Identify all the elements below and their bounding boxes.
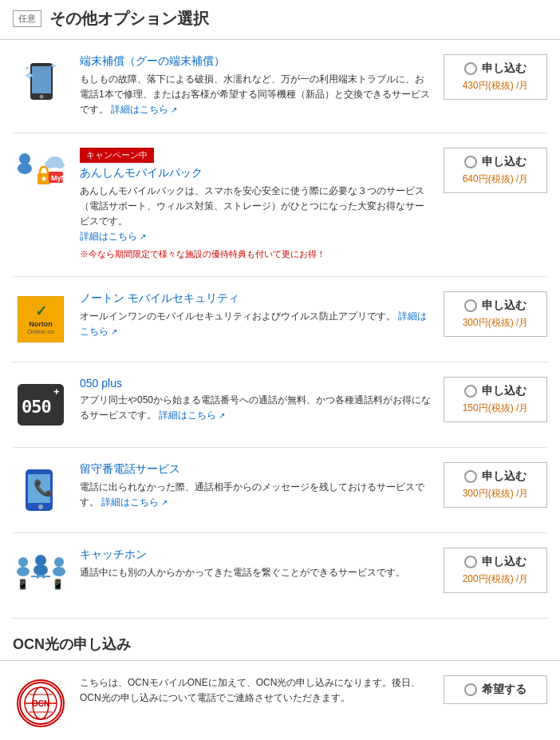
option-icon-catch: 📱 📱 bbox=[13, 548, 69, 603]
svg-text:050: 050 bbox=[22, 397, 51, 417]
radio-anshin[interactable] bbox=[464, 156, 477, 168]
svg-text:📱: 📱 bbox=[17, 578, 29, 590]
option-action-terminal: 申し込む 430円(税抜) /月 bbox=[444, 54, 547, 100]
svg-point-9 bbox=[41, 176, 45, 180]
option-desc-terminal: もしもの故障、落下による破損、水濡れなど、万が一の利用端末トラブルに、お電話1本… bbox=[80, 72, 432, 118]
apply-box-catch[interactable]: 申し込む 200円(税抜) /月 bbox=[444, 548, 547, 593]
option-row-anshin: MyN キャンペーン中 あんしんモバイルパック あんしんモバイルパックは、スマホ… bbox=[13, 133, 547, 277]
apply-box-terminal[interactable]: 申し込む 430円(税抜) /月 bbox=[444, 54, 547, 100]
option-link-rusuban[interactable]: 詳細はこちら bbox=[101, 497, 168, 508]
svg-point-25 bbox=[53, 567, 65, 576]
apply-box-050[interactable]: 申し込む 150円(税抜) /月 bbox=[444, 377, 547, 422]
apply-row-norton: 申し込む bbox=[464, 299, 526, 313]
option-content-anshin: キャンペーン中 あんしんモバイルパック あんしんモバイルパックは、スマホを安心安… bbox=[80, 148, 432, 262]
apply-price-050: 150円(税抜) /月 bbox=[463, 402, 529, 415]
ocn-svg-icon: OCN bbox=[19, 682, 62, 725]
ocn-section-title: OCN光の申し込み bbox=[0, 635, 560, 661]
option-icon-rusuban: 📞 bbox=[13, 462, 69, 518]
apply-label-terminal: 申し込む bbox=[482, 61, 526, 76]
ocn-section: OCN こちらは、OCNモバイルONEに加えて、OCN光の申し込みになります。後… bbox=[0, 661, 560, 740]
apply-row-catch: 申し込む bbox=[464, 555, 526, 569]
svg-point-21 bbox=[38, 505, 43, 509]
svg-text:✦: ✦ bbox=[24, 64, 30, 73]
option-title-anshin[interactable]: あんしんモバイルパック bbox=[80, 166, 432, 180]
option-desc-050: アプリ同士や050から始まる電話番号への通話が無料、かつ各種通話料がお得になるサ… bbox=[80, 393, 432, 423]
option-title-050[interactable]: 050 plus bbox=[80, 377, 432, 390]
option-content-norton: ノートン モバイルセキュリティ オールインワンのモバイルセキュリティおよびウイル… bbox=[80, 291, 432, 339]
option-title-rusuban[interactable]: 留守番電話サービス bbox=[80, 462, 432, 477]
svg-point-26 bbox=[35, 555, 46, 566]
apply-label-anshin: 申し込む bbox=[482, 155, 526, 169]
svg-text:✦: ✦ bbox=[49, 61, 57, 72]
svg-point-12 bbox=[55, 162, 65, 168]
apply-price-anshin: 640円(税抜) /月 bbox=[463, 172, 529, 186]
mobile-pack-icon: MyN bbox=[15, 151, 67, 200]
radio-050[interactable] bbox=[464, 385, 477, 398]
option-row-norton: ✓ Norton Online.co ノートン モバイルセキュリティ オールイン… bbox=[13, 277, 547, 362]
apply-row-ocn: 希望する bbox=[464, 683, 526, 697]
option-content-rusuban: 留守番電話サービス 電話に出られなかった際、通話相手からのメッセージを残しておけ… bbox=[80, 462, 432, 510]
option-icon-norton: ✓ Norton Online.co bbox=[13, 291, 69, 347]
option-row-rusuban: 📞 留守番電話サービス 電話に出られなかった際、通話相手からのメッセージを残して… bbox=[13, 448, 547, 533]
radio-terminal[interactable] bbox=[464, 62, 477, 75]
optional-badge: 任意 bbox=[13, 10, 41, 27]
option-row-catch: 📱 📱 キャッチホン 通話中にも別の人からかかってきた電話を繋ぐことができるサー… bbox=[13, 533, 547, 619]
option-icon-terminal: ✦ ✦ ✦ bbox=[13, 54, 69, 110]
svg-text:OCN: OCN bbox=[32, 699, 49, 708]
option-action-050: 申し込む 150円(税抜) /月 bbox=[444, 377, 547, 422]
option-icon-ocn: OCN bbox=[13, 675, 69, 731]
option-icon-anshin: MyN bbox=[13, 148, 69, 204]
page-title: その他オプション選択 bbox=[49, 8, 209, 30]
option-row-terminal: ✦ ✦ ✦ 端末補償（グーの端末補償） もしもの故障、落下による破損、水濡れなど… bbox=[13, 40, 547, 133]
special-note-anshin: ※今なら期間限定で様々な施設の優待特典も付いて更にお得！ bbox=[80, 247, 432, 262]
option-action-anshin: 申し込む 640円(税抜) /月 bbox=[444, 148, 547, 193]
norton-text: Norton bbox=[29, 320, 53, 328]
option-link-050[interactable]: 詳細はこちら bbox=[159, 410, 225, 421]
radio-ocn[interactable] bbox=[464, 683, 477, 696]
option-desc-ocn: こちらは、OCNモバイルONEに加えて、OCN光の申し込みになります。後日、OC… bbox=[80, 675, 432, 706]
apply-label-norton: 申し込む bbox=[482, 299, 526, 313]
apply-box-rusuban[interactable]: 申し込む 300円(税抜) /月 bbox=[444, 462, 547, 508]
apply-box-anshin[interactable]: 申し込む 640円(税抜) /月 bbox=[444, 148, 547, 193]
option-content-catch: キャッチホン 通話中にも別の人からかかってきた電話を繋ぐことができるサービスです… bbox=[80, 548, 432, 580]
svg-point-6 bbox=[19, 153, 30, 164]
catchphone-icon: 📱 📱 bbox=[15, 552, 67, 599]
option-action-catch: 申し込む 200円(税抜) /月 bbox=[444, 548, 547, 593]
050-icon: 050 + bbox=[18, 384, 64, 425]
campaign-badge-anshin: キャンペーン中 bbox=[80, 148, 154, 163]
svg-point-23 bbox=[17, 567, 30, 576]
apply-box-norton[interactable]: 申し込む 300円(税抜) /月 bbox=[444, 291, 547, 337]
option-link-terminal[interactable]: 詳細はこちら bbox=[111, 104, 177, 115]
radio-norton[interactable] bbox=[464, 299, 477, 312]
phone-repair-icon: ✦ ✦ ✦ bbox=[19, 57, 63, 109]
option-action-rusuban: 申し込む 300円(税抜) /月 bbox=[444, 462, 547, 508]
svg-point-24 bbox=[54, 557, 64, 567]
norton-subtext: Online.co bbox=[27, 328, 54, 335]
option-action-norton: 申し込む 300円(税抜) /月 bbox=[444, 291, 547, 337]
apply-label-050: 申し込む bbox=[482, 384, 526, 398]
apply-label-rusuban: 申し込む bbox=[482, 469, 526, 484]
page-header: 任意 その他オプション選択 bbox=[0, 0, 560, 40]
apply-box-ocn[interactable]: 希望する bbox=[444, 675, 547, 704]
option-title-catch[interactable]: キャッチホン bbox=[80, 548, 432, 562]
option-link-anshin[interactable]: 詳細はこちら bbox=[80, 231, 146, 242]
apply-row-anshin: 申し込む bbox=[464, 155, 526, 169]
apply-price-catch: 200円(税抜) /月 bbox=[463, 572, 529, 586]
svg-point-22 bbox=[18, 557, 28, 567]
option-row-ocn: OCN こちらは、OCNモバイルONEに加えて、OCN光の申し込みになります。後… bbox=[13, 661, 547, 740]
radio-catch[interactable] bbox=[464, 556, 477, 568]
option-icon-050: 050 + bbox=[13, 377, 69, 433]
options-list: ✦ ✦ ✦ 端末補償（グーの端末補償） もしもの故障、落下による破損、水濡れなど… bbox=[0, 40, 560, 619]
option-title-terminal[interactable]: 端末補償（グーの端末補償） bbox=[80, 54, 432, 69]
option-title-norton[interactable]: ノートン モバイルセキュリティ bbox=[80, 291, 432, 306]
option-action-ocn: 希望する bbox=[444, 675, 547, 704]
apply-price-terminal: 430円(税抜) /月 bbox=[463, 79, 529, 93]
svg-point-27 bbox=[34, 564, 48, 576]
option-desc-rusuban: 電話に出られなかった際、通話相手からのメッセージを残しておけるサービスです。 詳… bbox=[80, 480, 432, 510]
option-row-050: 050 + 050 plus アプリ同士や050から始まる電話番号への通話が無料… bbox=[13, 362, 547, 448]
radio-rusuban[interactable] bbox=[464, 470, 477, 483]
option-content-ocn: こちらは、OCNモバイルONEに加えて、OCN光の申し込みになります。後日、OC… bbox=[80, 675, 432, 706]
option-content-terminal: 端末補償（グーの端末補償） もしもの故障、落下による破損、水濡れなど、万が一の利… bbox=[80, 54, 432, 118]
apply-label-ocn: 希望する bbox=[482, 683, 526, 697]
ocn-section-wrapper: OCN光の申し込み OCN bbox=[0, 619, 560, 740]
